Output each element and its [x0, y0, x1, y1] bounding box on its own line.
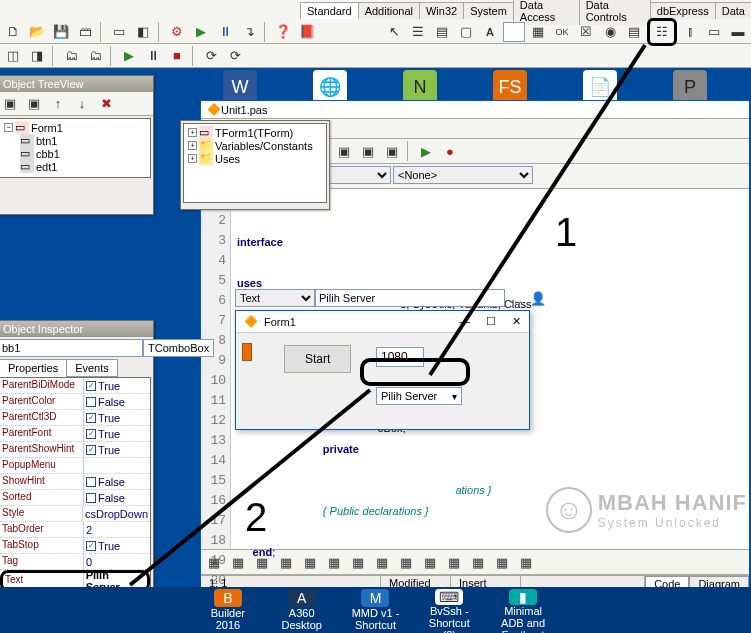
step-icon[interactable]: ↴ — [238, 22, 260, 42]
struct-vars[interactable]: +📁Variables/Constants — [186, 139, 324, 152]
run-icon[interactable]: ▶ — [190, 22, 212, 42]
popupmenu-icon[interactable]: ▤ — [431, 22, 453, 42]
mainmenu-icon[interactable]: ☰ — [407, 22, 429, 42]
toggle-icon[interactable]: ◧ — [132, 22, 154, 42]
label-icon[interactable]: A — [479, 22, 501, 42]
views-icon[interactable]: ◫ — [2, 46, 24, 66]
tab-system[interactable]: System — [463, 2, 514, 19]
run2-icon[interactable]: ▶ — [118, 46, 140, 66]
tree-cbb1[interactable]: ▭cbb1 — [2, 147, 148, 160]
members-dropdown[interactable]: <None> — [393, 166, 533, 184]
al14-icon[interactable]: ▦ — [515, 552, 537, 572]
quick-prop-more-icon[interactable]: … — [505, 288, 527, 308]
struct-tform1[interactable]: +▭TForm1(TForm) — [186, 126, 324, 139]
pointer-icon[interactable]: ↖ — [383, 22, 405, 42]
task-bvssh[interactable]: ⌨BvSsh - Shortcut (2) — [421, 589, 477, 631]
server-combobox[interactable]: Pilih Server — [376, 387, 462, 405]
tv-btn2-icon[interactable]: ▣ — [23, 94, 45, 114]
help-icon[interactable]: ❓ — [272, 22, 294, 42]
book-icon[interactable]: 📕 — [296, 22, 318, 42]
tab-additional[interactable]: Additional — [358, 2, 420, 19]
task-mmd[interactable]: MMMD v1 - Shortcut — [348, 589, 404, 631]
project2-icon[interactable]: 🗂 — [84, 46, 106, 66]
quick-prop-person-icon[interactable]: 👤 — [527, 288, 549, 308]
tree-form1[interactable]: −▭Form1 — [2, 121, 148, 134]
prop-row-parentctl3d[interactable]: ParentCtl3D✓True — [0, 410, 150, 426]
ct6-icon[interactable]: ▣ — [381, 141, 403, 161]
al1-icon[interactable]: ▦ — [203, 552, 225, 572]
prop-row-style[interactable]: StylecsDropDown — [0, 506, 150, 522]
prop-row-parentcolor[interactable]: ParentColorFalse — [0, 394, 150, 410]
prop-row-tabstop[interactable]: TabStop✓True — [0, 538, 150, 554]
extra1-icon[interactable]: ⟳ — [200, 46, 222, 66]
project-icon[interactable]: 🗂 — [60, 46, 82, 66]
al8-icon[interactable]: ▦ — [371, 552, 393, 572]
al5-icon[interactable]: ▦ — [299, 552, 321, 572]
combobox-icon[interactable]: ☷ — [647, 18, 677, 46]
maximize-icon[interactable]: ☐ — [486, 315, 496, 328]
pause2-icon[interactable]: ⏸ — [142, 46, 164, 66]
struct-uses[interactable]: +📁Uses — [186, 152, 324, 165]
edit-icon[interactable]: ab| — [503, 22, 525, 42]
task-adb[interactable]: ▮Minimal ADB and Fastboot — [495, 589, 551, 631]
al7-icon[interactable]: ▦ — [347, 552, 369, 572]
prop-row-sorted[interactable]: SortedFalse — [0, 490, 150, 506]
al10-icon[interactable]: ▦ — [419, 552, 441, 572]
new-icon[interactable]: 🗋 — [2, 22, 24, 42]
stop-icon[interactable]: ■ — [166, 46, 188, 66]
tree-btn1[interactable]: ▭btn1 — [2, 134, 148, 147]
inspector-tab-properties[interactable]: Properties — [0, 359, 67, 377]
memo-icon[interactable]: ▦ — [527, 22, 549, 42]
prop-row-taborder[interactable]: TabOrder2 — [0, 522, 150, 538]
property-grid[interactable]: ParentBiDiMode✓TrueParentColorFalseParen… — [0, 377, 151, 617]
prop-row-parentbidimode[interactable]: ParentBiDiMode✓True — [0, 378, 150, 394]
prop-row-popupmenu[interactable]: PopupMenu — [0, 458, 150, 474]
prop-row-showhint[interactable]: ShowHintFalse — [0, 474, 150, 490]
frame-icon[interactable]: ▢ — [455, 22, 477, 42]
listbox-icon[interactable]: ▤ — [623, 22, 645, 42]
button-icon[interactable]: OK — [551, 22, 573, 42]
views2-icon[interactable]: ◨ — [26, 46, 48, 66]
panel-icon[interactable]: ▬ — [727, 22, 749, 42]
tab-dbexpress[interactable]: dbExpress — [650, 2, 716, 19]
extra2-icon[interactable]: ⟳ — [224, 46, 246, 66]
object-tree[interactable]: −▭Form1 ▭btn1 ▭cbb1 ▭edt1 — [0, 118, 151, 178]
tv-btn1-icon[interactable]: ▣ — [0, 94, 21, 114]
al12-icon[interactable]: ▦ — [467, 552, 489, 572]
checkbox-icon[interactable]: ☒ — [575, 22, 597, 42]
inspector-object-name[interactable] — [0, 339, 143, 357]
tv-btn3-icon[interactable]: ↑ — [47, 94, 69, 114]
tab-standard[interactable]: Standard — [300, 2, 359, 19]
al2-icon[interactable]: ▦ — [227, 552, 249, 572]
tv-del-icon[interactable]: ✖ — [95, 94, 117, 114]
save-icon[interactable]: 💾 — [50, 22, 72, 42]
tree-edt1[interactable]: ▭edt1 — [2, 160, 148, 173]
run3-icon[interactable]: ▶ — [415, 141, 437, 161]
prop-row-tag[interactable]: Tag0 — [0, 554, 150, 570]
cfg-icon[interactable]: ⚙ — [166, 22, 188, 42]
prop-row-parentfont[interactable]: ParentFont✓True — [0, 426, 150, 442]
task-builder[interactable]: BBuilder 2016 — [200, 589, 256, 631]
bp-icon[interactable]: ● — [439, 141, 461, 161]
prop-row-parentshowhint[interactable]: ParentShowHint✓True — [0, 442, 150, 458]
ct5-icon[interactable]: ▣ — [357, 141, 379, 161]
quick-prop-value[interactable] — [315, 289, 505, 307]
tab-data[interactable]: Data — [715, 2, 751, 19]
task-a360[interactable]: AA360 Desktop — [274, 589, 330, 631]
tv-btn4-icon[interactable]: ↓ — [71, 94, 93, 114]
al6-icon[interactable]: ▦ — [323, 552, 345, 572]
inspector-tab-events[interactable]: Events — [66, 359, 118, 377]
new-form-icon[interactable]: ▭ — [108, 22, 130, 42]
al13-icon[interactable]: ▦ — [491, 552, 513, 572]
al4-icon[interactable]: ▦ — [275, 552, 297, 572]
ct4-icon[interactable]: ▣ — [333, 141, 355, 161]
al3-icon[interactable]: ▦ — [251, 552, 273, 572]
radiobutton-icon[interactable]: ◉ — [599, 22, 621, 42]
open-icon[interactable]: 📂 — [26, 22, 48, 42]
quick-prop-name[interactable]: Text — [235, 289, 315, 307]
start-button[interactable]: Start — [284, 345, 351, 373]
scrollbar-icon[interactable]: ⫿ — [679, 22, 701, 42]
groupbox-icon[interactable]: ▭ — [703, 22, 725, 42]
pause-icon[interactable]: ⏸ — [214, 22, 236, 42]
close-icon[interactable]: ✕ — [512, 315, 521, 328]
